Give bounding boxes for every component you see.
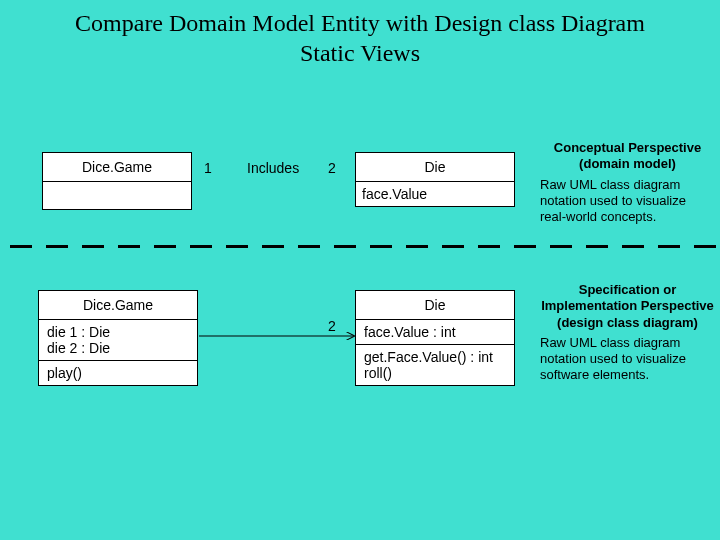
class-attributes: die 1 : Die die 2 : Die (39, 319, 197, 360)
uml-class-die-domain: Die face.Value (355, 152, 515, 207)
side-heading: Conceptual Perspective (domain model) (540, 140, 715, 173)
side-body: Raw UML class diagram notation used to v… (540, 335, 715, 384)
side-note-domain: Conceptual Perspective (domain model) Ra… (540, 140, 715, 225)
attr-row: die 2 : Die (47, 340, 189, 356)
uml-class-die-design: Die face.Value : int get.Face.Value() : … (355, 290, 515, 386)
class-name: Dice.Game (39, 291, 197, 319)
multiplicity-right: 2 (328, 318, 336, 334)
multiplicity-left: 1 (204, 160, 212, 176)
uml-class-dicegame-domain: Dice.Game (42, 152, 192, 210)
uml-class-dicegame-design: Dice.Game die 1 : Die die 2 : Die play() (38, 290, 198, 386)
side-heading: Specification or Implementation Perspect… (540, 282, 715, 331)
association-label: Includes (247, 160, 299, 176)
attr-row: die 1 : Die (47, 324, 189, 340)
multiplicity-right: 2 (328, 160, 336, 176)
op-row: roll() (364, 365, 506, 381)
class-name: Die (356, 153, 514, 181)
side-body: Raw UML class diagram notation used to v… (540, 177, 715, 226)
class-operations: get.Face.Value() : int roll() (356, 344, 514, 385)
class-attributes: face.Value : int (356, 319, 514, 344)
page-title: Compare Domain Model Entity with Design … (0, 8, 720, 68)
class-name: Dice.Game (43, 153, 191, 181)
side-note-design: Specification or Implementation Perspect… (540, 282, 715, 384)
class-operations: play() (39, 360, 197, 385)
class-name: Die (356, 291, 514, 319)
class-body-empty (43, 181, 191, 209)
separator-dashed-line (10, 245, 710, 249)
association-lines (0, 0, 720, 540)
attr-row: face.Value : int (364, 324, 506, 340)
class-attribute: face.Value (356, 181, 514, 206)
op-row: get.Face.Value() : int (364, 349, 506, 365)
op-row: play() (47, 365, 189, 381)
